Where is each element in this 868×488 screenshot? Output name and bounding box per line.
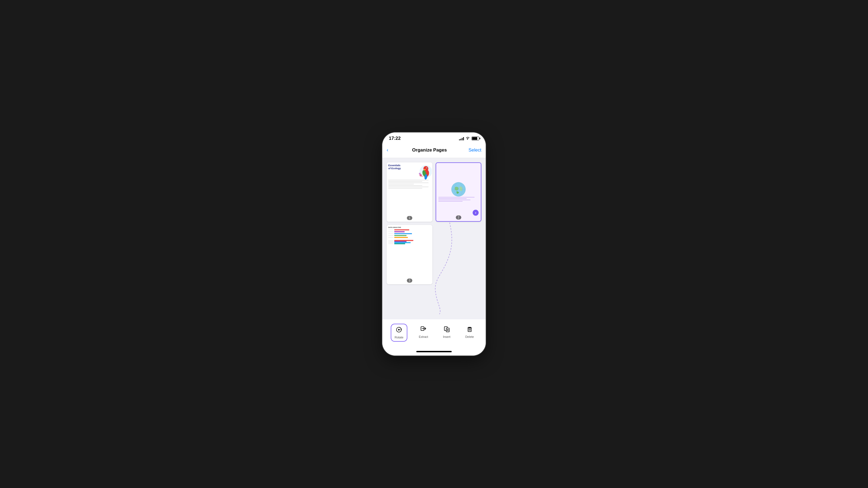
insert-icon	[443, 326, 450, 334]
extract-icon	[420, 326, 427, 334]
status-bar: 17:22	[382, 132, 486, 143]
rotate-button[interactable]: Rotate	[391, 324, 407, 341]
extract-label: Extract	[419, 335, 428, 338]
extract-button[interactable]: Extract	[415, 324, 431, 341]
bottom-toolbar: Rotate Extract	[382, 319, 486, 349]
insert-label: Insert	[443, 335, 451, 338]
wifi-icon	[466, 136, 470, 141]
parrot-illustration	[418, 163, 432, 180]
status-icons	[459, 136, 479, 141]
page-thumbnail-3[interactable]: DATA ANALYSIS	[386, 225, 432, 284]
page-thumbnail-2[interactable]: 2 2	[436, 162, 482, 222]
svg-rect-24	[468, 328, 471, 332]
page-num-1: 1	[407, 216, 412, 220]
home-bar	[416, 351, 452, 352]
svg-point-17	[398, 329, 400, 330]
header: ‹ Organize Pages Select	[382, 143, 486, 158]
page-num-3: 3	[407, 279, 412, 283]
svg-point-7	[427, 168, 427, 168]
main-content: Essentialsof Ecology	[382, 158, 486, 319]
svg-point-10	[422, 176, 423, 177]
page3-title: DATA ANALYSIS	[388, 227, 431, 228]
page3-bars	[388, 229, 431, 244]
insert-button[interactable]: Insert	[440, 324, 454, 341]
svg-point-9	[419, 173, 421, 175]
delete-label: Delete	[465, 335, 474, 338]
page-thumbnail-1[interactable]: Essentialsof Ecology	[386, 162, 432, 222]
rotate-label: Rotate	[395, 336, 403, 339]
rotate-icon	[396, 326, 402, 334]
pages-grid: Essentialsof Ecology	[386, 162, 482, 284]
delete-button[interactable]: Delete	[462, 324, 477, 341]
status-time: 17:22	[389, 136, 401, 141]
phone-frame: 17:22 ‹ Organize Pages Select	[382, 132, 486, 356]
back-button[interactable]: ‹	[386, 146, 391, 154]
globe-illustration	[451, 182, 466, 197]
page-title: Organize Pages	[412, 148, 447, 153]
delete-icon	[466, 326, 473, 334]
page-num-2: 2	[456, 216, 461, 220]
battery-icon	[471, 136, 479, 140]
toolbar-inner: Rotate Extract	[386, 323, 482, 343]
select-button[interactable]: Select	[469, 148, 482, 153]
signal-icon	[459, 137, 464, 140]
svg-point-5	[424, 166, 428, 171]
home-indicator	[382, 349, 486, 356]
